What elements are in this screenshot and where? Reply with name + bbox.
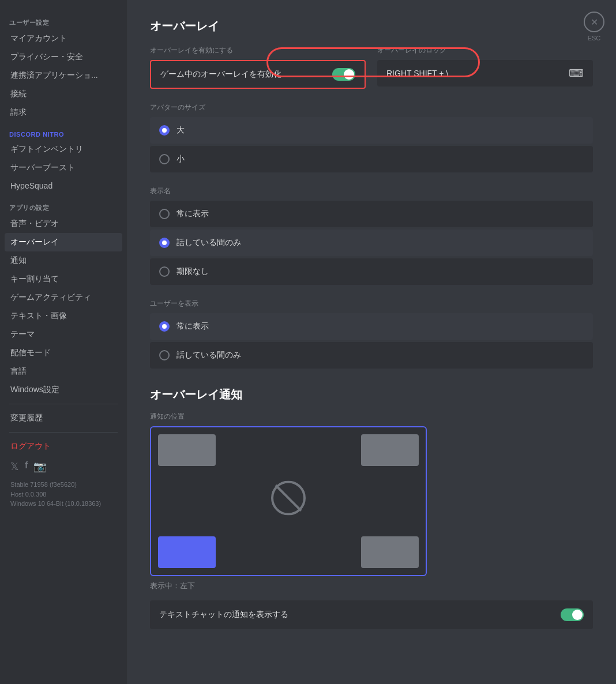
position-top-right[interactable] [361, 434, 419, 466]
avatar-small-radio [159, 154, 170, 164]
sidebar-item-stream-mode[interactable]: 配信モード [5, 344, 122, 362]
sidebar-item-windows-settings[interactable]: Windows設定 [5, 381, 122, 399]
sidebar-discord-nitro-label: Discord Nitro [5, 126, 122, 140]
sidebar-divider [9, 404, 118, 404]
show-users-always-radio [159, 321, 170, 332]
facebook-icon[interactable]: f [25, 460, 28, 473]
sidebar-social-icons: 𝕏 f 📷 [5, 456, 122, 478]
sidebar-item-theme[interactable]: テーマ [5, 325, 122, 344]
position-bottom-right[interactable] [361, 536, 419, 568]
show-users-always-option[interactable]: 常に表示 [150, 313, 593, 340]
sidebar-item-linked-apps[interactable]: 連携済アプリケーショ... [5, 66, 122, 85]
sidebar-divider-2 [9, 432, 118, 433]
display-name-never-text: 期限なし [176, 266, 209, 277]
avatar-small-option[interactable]: 小 [150, 146, 593, 172]
show-users-label: ユーザーを表示 [150, 299, 593, 309]
sidebar-item-logout[interactable]: ログアウト [5, 437, 122, 456]
display-name-group: 常に表示 話している間のみ 期限なし [150, 201, 593, 285]
sidebar-section-user-settings: ユーザー設定 [5, 14, 122, 29]
sidebar: ユーザー設定 マイアカウント プライバシー・安全 連携済アプリケーショ... 接… [0, 0, 127, 684]
sidebar-item-my-account[interactable]: マイアカウント [5, 29, 122, 48]
display-name-always-text: 常に表示 [176, 209, 209, 219]
text-chat-notification-label: テキストチャットの通知を表示する [159, 610, 288, 620]
display-name-label: 表示名 [150, 186, 593, 196]
sidebar-item-change-history[interactable]: 変更履歴 [5, 409, 122, 427]
toggle-check-icon: ✓ [347, 70, 353, 78]
sidebar-item-connections[interactable]: 接続 [5, 85, 122, 103]
sidebar-item-keybinds[interactable]: キー割り当て [5, 270, 122, 288]
sidebar-item-text-images[interactable]: テキスト・画像 [5, 307, 122, 325]
no-center-icon [271, 481, 306, 522]
display-name-always-option[interactable]: 常に表示 [150, 201, 593, 227]
avatar-large-text: 大 [176, 125, 185, 136]
display-name-talking-option[interactable]: 話している間のみ [150, 230, 593, 256]
sidebar-version: Stable 71958 (f3e5620) Host 0.0.308 Wind… [5, 478, 122, 511]
display-name-talking-text: 話している間のみ [176, 238, 241, 248]
text-chat-notification-row: テキストチャットの通知を表示する ✓ [150, 600, 593, 629]
overlay-enable-col: オーバーレイを有効にする ゲーム中のオーバーレイを有効化 ✓ [150, 46, 366, 89]
overlay-enable-text: ゲーム中のオーバーレイを有効化 [160, 69, 281, 80]
sidebar-item-notifications[interactable]: 通知 [5, 251, 122, 270]
sidebar-item-privacy-safety[interactable]: プライバシー・安全 [5, 48, 122, 66]
twitter-icon[interactable]: 𝕏 [10, 460, 19, 473]
notification-position-label: 通知の位置 [150, 412, 593, 422]
position-bottom-left[interactable] [158, 536, 216, 568]
svg-line-1 [276, 486, 301, 511]
sidebar-item-server-boost[interactable]: サーバーブースト [5, 159, 122, 177]
keybind-text: RIGHT SHIFT + \ [386, 69, 448, 78]
instagram-icon[interactable]: 📷 [33, 460, 46, 473]
show-users-group: 常に表示 話している間のみ [150, 313, 593, 369]
display-name-never-radio [159, 266, 170, 277]
avatar-small-text: 小 [176, 154, 185, 164]
display-name-talking-radio [159, 238, 170, 248]
avatar-size-group: 大 小 [150, 117, 593, 172]
sidebar-item-voice-video[interactable]: 音声・ビデオ [5, 215, 122, 233]
sidebar-item-billing[interactable]: 請求 [5, 103, 122, 122]
sidebar-item-language[interactable]: 言語 [5, 362, 122, 381]
position-top-left[interactable] [158, 434, 216, 466]
keyboard-icon[interactable]: ⌨ [569, 67, 584, 80]
display-name-always-radio [159, 209, 170, 219]
overlay-enable-toggle[interactable]: ✓ [332, 68, 355, 81]
esc-button[interactable]: ✕ ESC [584, 12, 604, 42]
main-content: ✕ ESC オーバーレイ オーバーレイを有効にする ゲーム中のオーバーレイを有効… [127, 0, 616, 684]
overlay-lock-label: オーバーレイのロック [377, 46, 593, 55]
toggle-check-icon-2: ✓ [576, 610, 581, 618]
avatar-large-radio [159, 125, 170, 136]
avatar-size-label: アバターのサイズ [150, 103, 593, 112]
sidebar-section-app-settings: アプリの設定 [5, 199, 122, 215]
sidebar-item-game-activity[interactable]: ゲームアクティビティ [5, 288, 122, 307]
text-chat-notification-toggle[interactable]: ✓ [561, 608, 584, 621]
position-selector[interactable] [150, 426, 427, 576]
position-display-label: 表示中：左下 [150, 581, 593, 591]
sidebar-item-gift-inventory[interactable]: ギフトインベントリ [5, 140, 122, 159]
keybind-box: RIGHT SHIFT + \ ⌨ [377, 60, 593, 87]
show-users-talking-radio [159, 350, 170, 360]
sidebar-item-hypesquad[interactable]: HypeSquad [5, 177, 122, 194]
display-name-never-option[interactable]: 期限なし [150, 258, 593, 285]
notification-title: オーバーレイ通知 [150, 387, 593, 403]
notification-section: オーバーレイ通知 通知の位置 表示中：左下 テキストチャットの通知を表示する ✓ [150, 387, 593, 629]
show-users-talking-text: 話している間のみ [176, 350, 241, 360]
esc-circle: ✕ [584, 12, 604, 32]
overlay-enable-label: オーバーレイを有効にする [150, 46, 366, 55]
overlay-lock-col: オーバーレイのロック RIGHT SHIFT + \ ⌨ [377, 46, 593, 87]
esc-label: ESC [588, 35, 601, 42]
page-title: オーバーレイ [150, 18, 593, 34]
avatar-large-option[interactable]: 大 [150, 117, 593, 144]
overlay-enable-box: ゲーム中のオーバーレイを有効化 ✓ [150, 60, 366, 89]
show-users-always-text: 常に表示 [176, 321, 209, 332]
sidebar-item-overlay[interactable]: オーバーレイ [5, 233, 122, 251]
show-users-talking-option[interactable]: 話している間のみ [150, 342, 593, 369]
overlay-top-row: オーバーレイを有効にする ゲーム中のオーバーレイを有効化 ✓ オーバーレイのロッ… [150, 46, 593, 89]
